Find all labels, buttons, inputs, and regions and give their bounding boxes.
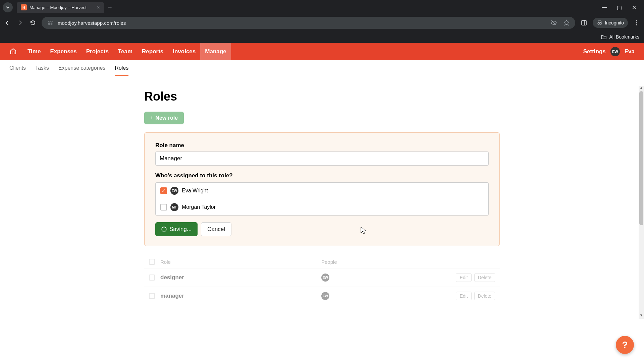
bookmarks-bar: All Bookmarks bbox=[0, 31, 644, 43]
row-role: designer bbox=[160, 274, 321, 281]
nav-invoices[interactable]: Invoices bbox=[168, 43, 200, 60]
tabs-dropdown-icon[interactable] bbox=[3, 2, 13, 12]
row-avatar: EW bbox=[321, 274, 329, 282]
person-checkbox[interactable]: ✓ bbox=[160, 187, 167, 194]
back-icon[interactable] bbox=[3, 19, 11, 27]
row-role: manager bbox=[160, 293, 321, 299]
svg-point-7 bbox=[600, 22, 602, 24]
user-avatar[interactable]: EW bbox=[610, 47, 620, 56]
plus-icon: + bbox=[150, 115, 153, 121]
menu-icon[interactable] bbox=[633, 19, 641, 27]
sub-nav: Clients Tasks Expense categories Roles bbox=[0, 60, 644, 76]
scroll-thumb[interactable] bbox=[639, 91, 643, 225]
close-window-icon[interactable]: ✕ bbox=[631, 4, 637, 11]
cancel-button[interactable]: Cancel bbox=[201, 222, 231, 236]
minimize-icon[interactable]: — bbox=[601, 4, 608, 11]
subnav-roles[interactable]: Roles bbox=[115, 60, 128, 76]
window-controls: — ▢ ✕ bbox=[601, 4, 641, 11]
person-row: MT Morgan Taylor bbox=[156, 199, 488, 215]
col-role: Role bbox=[160, 259, 321, 265]
new-tab-icon[interactable]: + bbox=[108, 4, 112, 11]
assigned-label: Who's assigned to this role? bbox=[155, 172, 489, 179]
maximize-icon[interactable]: ▢ bbox=[616, 4, 623, 11]
nav-team[interactable]: Team bbox=[113, 43, 137, 60]
folder-icon bbox=[601, 34, 607, 40]
content: Roles + New role Role name Who's assigne… bbox=[144, 76, 500, 319]
tab-bar: H Manage – Moodjoy – Harvest × + — ▢ ✕ bbox=[0, 0, 644, 15]
side-panel-icon[interactable] bbox=[580, 19, 588, 27]
site-settings-icon[interactable] bbox=[46, 19, 54, 27]
role-form: Role name Who's assigned to this role? ✓… bbox=[144, 132, 500, 246]
url-bar[interactable]: moodjoy.harvestapp.com/roles bbox=[42, 17, 575, 29]
person-row: ✓ EW Eva Wright bbox=[156, 183, 488, 199]
top-nav: Time Expenses Projects Team Reports Invo… bbox=[0, 43, 644, 60]
tab-title: Manage – Moodjoy – Harvest bbox=[30, 5, 94, 10]
role-name-label: Role name bbox=[155, 142, 489, 149]
forward-icon[interactable] bbox=[16, 19, 24, 27]
delete-button[interactable]: Delete bbox=[474, 292, 495, 300]
roles-table: Role People designer EW Edit Delete mana… bbox=[144, 255, 500, 305]
table-header: Role People bbox=[144, 255, 500, 268]
address-bar: moodjoy.harvestapp.com/roles Incognito bbox=[0, 15, 644, 31]
user-name[interactable]: Eva bbox=[625, 48, 635, 55]
browser-tab[interactable]: H Manage – Moodjoy – Harvest × bbox=[17, 2, 104, 13]
incognito-icon bbox=[597, 20, 603, 26]
person-list: ✓ EW Eva Wright MT Morgan Taylor bbox=[155, 182, 489, 216]
col-people: People bbox=[321, 259, 495, 265]
eye-off-icon[interactable] bbox=[550, 19, 558, 27]
svg-rect-1 bbox=[51, 21, 52, 22]
nav-reports[interactable]: Reports bbox=[137, 43, 168, 60]
assigned-section: Who's assigned to this role? ✓ EW Eva Wr… bbox=[155, 172, 489, 216]
table-row: designer EW Edit Delete bbox=[144, 268, 500, 287]
svg-rect-4 bbox=[582, 20, 586, 25]
spinner-icon bbox=[161, 227, 167, 232]
person-checkbox[interactable] bbox=[160, 204, 167, 210]
svg-rect-2 bbox=[48, 23, 50, 24]
svg-point-6 bbox=[598, 22, 600, 24]
scroll-up-icon[interactable]: ▲ bbox=[639, 86, 644, 91]
svg-point-9 bbox=[636, 22, 637, 23]
nav-links: Time Expenses Projects Team Reports Invo… bbox=[23, 43, 231, 60]
svg-point-10 bbox=[636, 24, 637, 25]
all-bookmarks-link[interactable]: All Bookmarks bbox=[609, 34, 639, 40]
close-tab-icon[interactable]: × bbox=[97, 4, 100, 10]
svg-rect-3 bbox=[51, 23, 52, 24]
scroll-down-icon[interactable]: ▼ bbox=[639, 313, 644, 319]
subnav-tasks[interactable]: Tasks bbox=[35, 60, 49, 76]
edit-button[interactable]: Edit bbox=[456, 273, 471, 282]
row-checkbox[interactable] bbox=[149, 293, 155, 299]
subnav-expense-categories[interactable]: Expense categories bbox=[58, 60, 106, 76]
subnav-clients[interactable]: Clients bbox=[9, 60, 26, 76]
incognito-badge[interactable]: Incognito bbox=[593, 18, 628, 28]
home-icon[interactable] bbox=[9, 47, 17, 56]
help-button[interactable]: ? bbox=[616, 336, 634, 354]
save-button[interactable]: Saving... bbox=[155, 222, 198, 236]
row-checkbox[interactable] bbox=[149, 275, 155, 281]
browser-chrome: H Manage – Moodjoy – Harvest × + — ▢ ✕ m… bbox=[0, 0, 644, 43]
nav-expenses[interactable]: Expenses bbox=[45, 43, 81, 60]
person-avatar: MT bbox=[170, 203, 178, 211]
svg-point-8 bbox=[636, 20, 637, 21]
page-title: Roles bbox=[144, 89, 500, 104]
person-name: Morgan Taylor bbox=[182, 204, 216, 210]
nav-time[interactable]: Time bbox=[23, 43, 45, 60]
scrollbar[interactable]: ▲ ▼ bbox=[639, 86, 644, 319]
incognito-label: Incognito bbox=[605, 20, 624, 25]
edit-button[interactable]: Edit bbox=[456, 292, 471, 300]
form-actions: Saving... Cancel bbox=[155, 222, 489, 236]
nav-right: Settings EW Eva bbox=[583, 47, 635, 56]
app: Time Expenses Projects Team Reports Invo… bbox=[0, 43, 644, 319]
settings-link[interactable]: Settings bbox=[583, 48, 606, 55]
reload-icon[interactable] bbox=[29, 19, 37, 27]
table-row: manager EW Edit Delete bbox=[144, 287, 500, 305]
delete-button[interactable]: Delete bbox=[474, 273, 495, 282]
nav-manage[interactable]: Manage bbox=[200, 43, 231, 60]
select-all-checkbox[interactable] bbox=[149, 259, 155, 265]
new-role-label: New role bbox=[155, 115, 178, 121]
star-icon[interactable] bbox=[562, 19, 571, 27]
row-avatar: EW bbox=[321, 292, 329, 300]
nav-projects[interactable]: Projects bbox=[82, 43, 113, 60]
new-role-button[interactable]: + New role bbox=[144, 112, 184, 124]
role-name-input[interactable] bbox=[155, 152, 489, 166]
url-text: moodjoy.harvestapp.com/roles bbox=[58, 20, 126, 26]
